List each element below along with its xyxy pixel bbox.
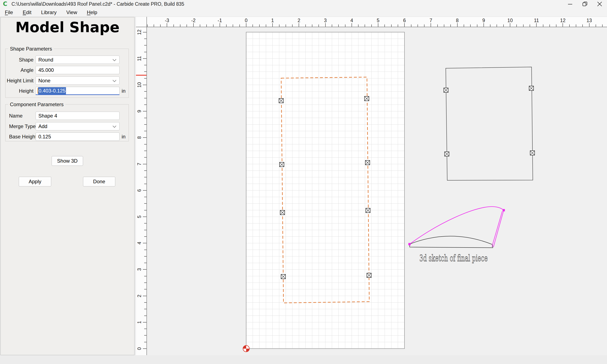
sketch-dome-curve: [409, 236, 493, 245]
ruler-tick: [144, 302, 146, 303]
ruler-tick: [437, 25, 438, 27]
ruler-tick: [143, 217, 146, 217]
node-marker[interactable]: [280, 162, 284, 167]
ruler-tick: [144, 118, 146, 118]
node-marker[interactable]: [529, 86, 534, 91]
height-limit-select[interactable]: None: [36, 77, 119, 85]
merge-type-select[interactable]: Add: [36, 122, 119, 130]
height-field[interactable]: 0.403-0.125: [36, 87, 119, 95]
ruler-label: 11: [137, 56, 142, 61]
name-field[interactable]: Shape 4: [36, 112, 119, 120]
ruler-label: 6: [403, 18, 406, 23]
ruler-tick: [143, 137, 146, 138]
ruler-tick: [582, 25, 583, 27]
ruler-tick: [352, 23, 352, 27]
node-marker[interactable]: [366, 208, 370, 213]
ruler-label: 3: [324, 18, 327, 23]
origin-marker: [243, 345, 249, 352]
ruler-label: 0: [137, 347, 142, 350]
node-marker[interactable]: [279, 99, 283, 103]
ruler-tick: [193, 23, 194, 27]
apply-button[interactable]: Apply: [19, 177, 51, 186]
ruler-tick: [332, 25, 332, 27]
ruler-tick: [292, 25, 292, 27]
ruler-tick: [516, 25, 517, 27]
page-title: Model Shape: [1, 19, 134, 36]
ruler-label: 4: [350, 18, 353, 23]
ruler-tick: [503, 25, 504, 27]
ruler-tick: [424, 25, 424, 27]
design-canvas[interactable]: 3d sketch of final piece: [147, 27, 607, 355]
ruler-tick: [510, 23, 510, 27]
angle-field[interactable]: 45.000: [36, 66, 119, 74]
ruler-tick: [144, 131, 146, 131]
menu-file[interactable]: File: [0, 8, 18, 17]
show-3d-button[interactable]: Show 3D: [52, 156, 83, 166]
node-marker[interactable]: [366, 160, 370, 165]
origin-quadrant: [243, 345, 246, 349]
ruler-label: -3: [165, 18, 169, 23]
ruler-tick: [345, 25, 345, 27]
shape-select[interactable]: Round: [36, 56, 119, 64]
origin-quadrant: [246, 349, 249, 352]
node-marker[interactable]: [367, 273, 371, 278]
node-marker[interactable]: [281, 274, 286, 279]
node-marker[interactable]: [365, 96, 369, 101]
merge-type-value: Add: [38, 123, 47, 129]
shape-label: Shape: [5, 56, 34, 64]
ruler-tick: [144, 230, 146, 230]
ruler-label: 10: [507, 18, 513, 23]
menu-bar: FileEditLibraryViewHelp: [0, 8, 607, 17]
ruler-tick: [144, 124, 146, 125]
ruler-tick: [543, 25, 543, 27]
ruler-tick: [143, 111, 146, 111]
restore-button[interactable]: [578, 0, 592, 8]
ruler-label: 5: [137, 216, 142, 218]
angle-label: Angle: [5, 66, 34, 74]
ruler-tick: [266, 25, 266, 27]
node-marker[interactable]: [445, 152, 449, 156]
base-height-field[interactable]: 0.125: [36, 132, 119, 141]
ruler-tick: [286, 25, 286, 27]
ruler-tick: [143, 322, 146, 323]
ruler-tick: [144, 170, 146, 171]
ruler-label: 7: [430, 18, 432, 23]
ruler-tick: [144, 309, 146, 309]
node-marker[interactable]: [444, 88, 448, 92]
ruler-tick: [233, 25, 233, 27]
chevron-down-icon: [112, 125, 117, 128]
ruler-tick: [144, 65, 146, 65]
ruler-tick: [144, 250, 146, 250]
model-shape-panel: Model Shape Shape Parameters Shape Round…: [0, 17, 134, 355]
menu-view[interactable]: View: [61, 8, 82, 17]
menu-help[interactable]: Help: [82, 8, 102, 17]
ruler-tick: [490, 25, 490, 27]
ruler-tick: [464, 25, 464, 27]
node-marker[interactable]: [280, 210, 285, 215]
ruler-tick: [143, 348, 146, 349]
ruler-tick: [305, 25, 306, 27]
ruler-tick: [484, 23, 484, 27]
close-button[interactable]: [592, 0, 607, 8]
ruler-tick: [563, 23, 563, 27]
ruler-tick: [143, 164, 146, 164]
ruler-tick: [325, 23, 326, 27]
shape-select-value: Round: [38, 57, 53, 63]
ruler-tick: [279, 25, 279, 27]
ruler-corner-box: [136, 17, 147, 27]
ruler-tick: [252, 25, 253, 27]
minimize-button[interactable]: [563, 0, 578, 8]
reference-vector-path[interactable]: [446, 67, 533, 180]
menu-library[interactable]: Library: [36, 8, 61, 17]
height-unit: in: [122, 87, 132, 95]
ruler-tick: [549, 25, 550, 27]
menu-edit[interactable]: Edit: [18, 8, 36, 17]
done-button[interactable]: Done: [83, 177, 115, 186]
node-marker[interactable]: [530, 151, 535, 155]
ruler-tick: [144, 78, 146, 78]
shape-parameters-label: Shape Parameters: [8, 46, 54, 52]
sketch-handle: [503, 209, 505, 211]
height-limit-value: None: [38, 78, 50, 83]
ruler-tick: [556, 25, 556, 27]
ruler-tick: [144, 197, 146, 197]
